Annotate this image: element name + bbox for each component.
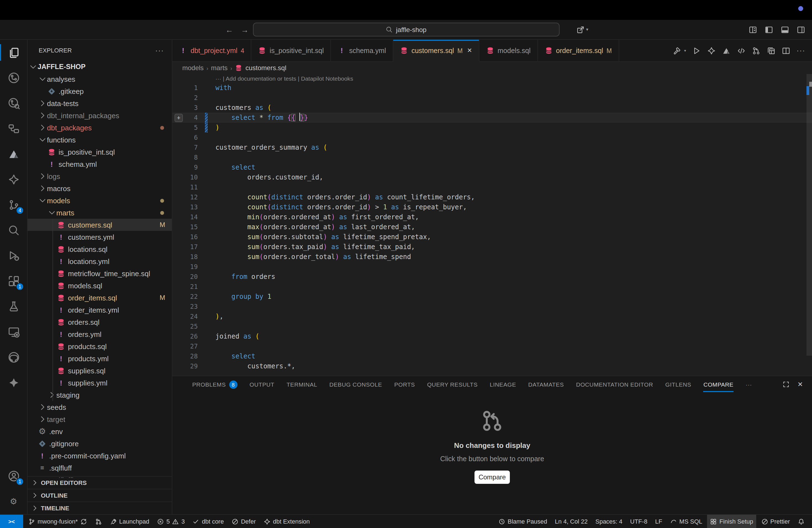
- status-eol[interactable]: LF: [652, 515, 665, 528]
- tree-file-supplies-yml[interactable]: !supplies.yml: [28, 377, 172, 389]
- status-language-mode[interactable]: MS SQL: [667, 515, 705, 528]
- activity-item-github[interactable]: [0, 344, 27, 370]
- git-compare-icon[interactable]: [752, 46, 760, 55]
- activity-item-run-and-debug[interactable]: [0, 243, 27, 268]
- tree-folder-staging[interactable]: staging: [28, 389, 172, 401]
- tab-order-items-sql[interactable]: order_items.sqlM: [538, 40, 619, 61]
- activity-item-lineage-view[interactable]: [0, 116, 27, 142]
- add-line-button[interactable]: +: [175, 114, 183, 122]
- nav-forward-icon[interactable]: →: [241, 25, 249, 34]
- toggle-secondary-sidebar-button-icon[interactable]: [797, 25, 806, 34]
- tree-file-locations-yml[interactable]: !locations.yml: [28, 255, 172, 267]
- activity-item-settings[interactable]: ⚙: [0, 489, 27, 514]
- tree-file-order-items-sql[interactable]: order_items.sqlM: [28, 292, 172, 304]
- toggle-panel-button-icon[interactable]: [781, 25, 789, 34]
- panel-tab-documentation-editor[interactable]: DOCUMENTATION EDITOR: [576, 376, 653, 393]
- status-finish-setup[interactable]: Finish Setup: [707, 515, 756, 528]
- tab-dbt-project-yml[interactable]: !dbt_project.yml4: [172, 40, 251, 61]
- status-git-branch[interactable]: mwong-fusion*: [25, 515, 90, 528]
- status-defer[interactable]: Defer: [229, 515, 259, 528]
- tree-folder-dbt-packages[interactable]: dbt_packages: [28, 121, 172, 134]
- datapilot-icon[interactable]: [722, 46, 731, 55]
- status-remote-indicator[interactable]: ><: [0, 515, 23, 528]
- command-center-search[interactable]: jaffle-shop: [253, 23, 559, 36]
- tab-is-positive-int-sql[interactable]: is_positive_int.sql: [251, 40, 331, 61]
- run-query-icon[interactable]: [692, 46, 701, 55]
- tree-file-orders-sql[interactable]: orders.sql: [28, 316, 172, 328]
- tree-folder-seeds[interactable]: seeds: [28, 401, 172, 413]
- split-editor-icon[interactable]: [782, 46, 791, 55]
- tree-folder-dbt-internal-packages[interactable]: dbt_internal_packages: [28, 109, 172, 121]
- panel-tab-query-results[interactable]: QUERY RESULTS: [427, 376, 478, 393]
- panel-tab-ports[interactable]: PORTS: [394, 376, 415, 393]
- panel-tab-datamates[interactable]: DATAMATES: [528, 376, 564, 393]
- tree-folder-functions[interactable]: functions: [28, 134, 172, 146]
- tree-file--env[interactable]: ⚙.env: [28, 425, 172, 437]
- explorer-more-actions[interactable]: ···: [155, 46, 164, 54]
- customize-layout-button-icon[interactable]: [749, 25, 757, 34]
- tree-file-schema-yml[interactable]: !schema.yml: [28, 158, 172, 170]
- tree-file-customers-yml[interactable]: !customers.yml: [28, 231, 172, 243]
- status-compare-changes[interactable]: [92, 515, 105, 528]
- query-results-icon[interactable]: [767, 46, 775, 55]
- panel-tab-gitlens[interactable]: GITLENS: [665, 376, 691, 393]
- tree-file-products-sql[interactable]: products.sql: [28, 340, 172, 352]
- compare-button[interactable]: Compare: [475, 471, 510, 484]
- section-open-editors[interactable]: OPEN EDITORS: [28, 476, 172, 489]
- toggle-sidebar-button-icon[interactable]: [765, 25, 773, 34]
- tree-file-order-items-yml[interactable]: !order_items.yml: [28, 304, 172, 316]
- status-notifications[interactable]: [795, 515, 808, 528]
- codelens-actions[interactable]: ··· | Add documentation or tests | Datap…: [172, 74, 812, 83]
- code-editor[interactable]: ··· | Add documentation or tests | Datap…: [172, 74, 812, 376]
- panel-tab--[interactable]: ···: [746, 376, 752, 393]
- tree-folder-target[interactable]: target: [28, 413, 172, 425]
- panel-tab-output[interactable]: OUTPUT: [250, 376, 275, 393]
- compiled-code-icon[interactable]: [737, 46, 746, 55]
- tree-file-locations-sql[interactable]: locations.sql: [28, 243, 172, 255]
- tree-file-is-positive-int-sql[interactable]: is_positive_int.sql: [28, 146, 172, 158]
- status-launchpad[interactable]: Launchpad: [107, 515, 152, 528]
- close-panel-icon[interactable]: ✕: [797, 381, 803, 388]
- breadcrumb[interactable]: models›marts›customers.sql: [172, 62, 812, 74]
- nav-back-icon[interactable]: ←: [226, 25, 233, 34]
- activity-item-explorer[interactable]: [0, 40, 27, 65]
- tree-file-metricflow-time-spine-sql[interactable]: metricflow_time_spine.sql: [28, 267, 172, 279]
- activity-item-accounts[interactable]: 1: [0, 464, 27, 489]
- panel-tab-terminal[interactable]: TERMINAL: [286, 376, 317, 393]
- status-encoding[interactable]: UTF-8: [627, 515, 650, 528]
- panel-tab-compare[interactable]: COMPARE: [704, 376, 734, 393]
- dbt-power-user-icon[interactable]: [707, 46, 716, 55]
- tree-file--pre-commit-config-yaml[interactable]: !.pre-commit-config.yaml: [28, 450, 172, 462]
- share-button[interactable]: ▾: [576, 25, 588, 34]
- tree-folder-jaffle-shop[interactable]: JAFFLE-SHOP: [28, 61, 172, 73]
- activity-item-dbt-power-user[interactable]: [0, 167, 27, 192]
- tree-folder-logs[interactable]: logs: [28, 170, 172, 182]
- status-indentation[interactable]: Spaces: 4: [593, 515, 625, 528]
- panel-tab-lineage[interactable]: LINEAGE: [490, 376, 516, 393]
- panel-tab-debug-console[interactable]: DEBUG CONSOLE: [329, 376, 382, 393]
- breadcrumb-item[interactable]: models: [182, 64, 204, 72]
- activity-item-datapilot[interactable]: [0, 370, 27, 395]
- tree-folder-analyses[interactable]: analyses: [28, 73, 172, 85]
- activity-item-dbt[interactable]: [0, 142, 27, 167]
- status-dbt-core[interactable]: dbt core: [190, 515, 227, 528]
- dbt-build-icon[interactable]: [673, 46, 682, 55]
- activity-item-extensions[interactable]: 1: [0, 268, 27, 294]
- tree-folder-data-tests[interactable]: data-tests: [28, 97, 172, 109]
- status-problems-summary[interactable]: 53: [154, 515, 188, 528]
- close-icon[interactable]: ✕: [467, 47, 472, 54]
- tree-file-models-sql[interactable]: models.sql: [28, 279, 172, 292]
- tree-folder-marts[interactable]: marts: [28, 207, 172, 219]
- activity-item-gitlens[interactable]: [0, 91, 27, 116]
- maximize-panel-icon[interactable]: [782, 381, 789, 388]
- tree-folder-macros[interactable]: macros: [28, 182, 172, 194]
- section-timeline[interactable]: TIMELINE: [28, 501, 172, 514]
- activity-item-remote-explorer[interactable]: [0, 319, 27, 344]
- status-prettier[interactable]: Prettier: [758, 515, 793, 528]
- panel-tab-problems[interactable]: PROBLEMS8: [192, 376, 237, 393]
- tab-customers-sql[interactable]: customers.sqlM✕: [393, 40, 479, 61]
- tree-folder-models[interactable]: models: [28, 194, 172, 207]
- activity-item-source-control[interactable]: 4: [0, 192, 27, 218]
- breadcrumb-item[interactable]: marts: [211, 64, 228, 72]
- activity-item-search[interactable]: [0, 218, 27, 243]
